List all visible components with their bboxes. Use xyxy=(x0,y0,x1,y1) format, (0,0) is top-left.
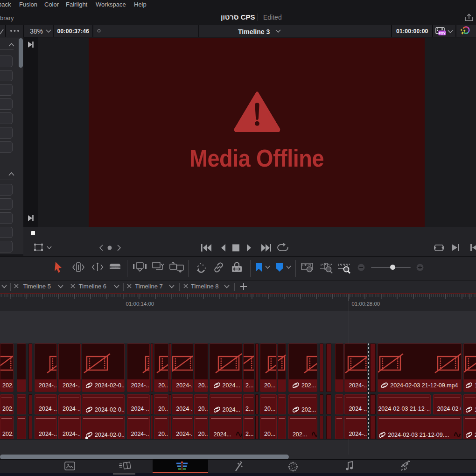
svg-text:PXY: PXY xyxy=(439,31,446,35)
